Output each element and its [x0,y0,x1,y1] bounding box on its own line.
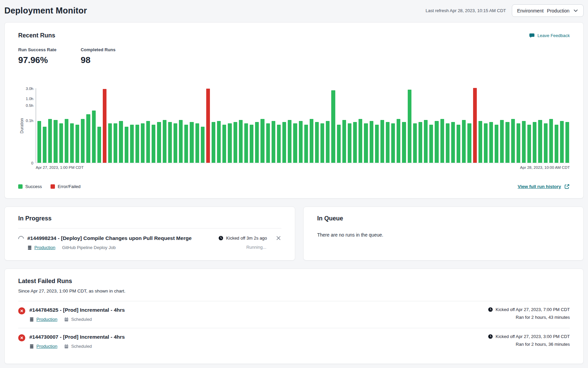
chart-bar-success[interactable] [538,120,542,163]
chart-bar-success[interactable] [174,123,177,163]
close-icon[interactable] [276,235,281,241]
chart-bar-success[interactable] [353,122,357,163]
chart-bar-success[interactable] [43,127,47,163]
environment-dropdown[interactable]: Environment Production [512,4,584,17]
chart-bar-success[interactable] [320,123,324,163]
chart-bar-success[interactable] [179,120,183,163]
chart-bar-success[interactable] [364,123,368,163]
chart-bar-success[interactable] [419,122,422,163]
chart-bar-success[interactable] [130,125,134,163]
chart-bar-success[interactable] [549,119,553,163]
chart-bar-success[interactable] [495,125,498,163]
chart-bar-success[interactable] [435,121,438,163]
chart-bar-success[interactable] [517,123,520,163]
chart-bar-success[interactable] [424,120,428,163]
chart-bar-success[interactable] [282,122,286,163]
chart-bar-success[interactable] [457,125,460,163]
chart-bar-success[interactable] [451,122,455,163]
chart-bar-success[interactable] [429,125,433,163]
chart-bar-success[interactable] [527,125,531,163]
chart-bar-success[interactable] [239,120,243,163]
environment-production-link[interactable]: Production [36,317,57,322]
chart-bar-success[interactable] [342,120,346,163]
chart-bar-success[interactable] [500,120,504,163]
chart-bar-success[interactable] [310,119,313,163]
chart-bar-success[interactable] [92,111,96,163]
chart-bar-success[interactable] [125,127,128,163]
chart-bar-success[interactable] [152,125,155,163]
chart-bar-success[interactable] [195,123,199,163]
chart-bar-success[interactable] [228,123,231,163]
chart-bar-success[interactable] [201,127,205,163]
chart-bar-success[interactable] [277,125,281,163]
chart-bar-success[interactable] [222,125,226,163]
chart-bar-success[interactable] [326,121,330,163]
chart-bar-success[interactable] [184,125,188,163]
chart-bar-success[interactable] [212,122,215,163]
chart-bar-success[interactable] [315,122,319,163]
environment-production-link[interactable]: Production [34,245,55,250]
chart-bar-success[interactable] [402,122,406,163]
chart-bar-success[interactable] [348,123,351,163]
chart-bar-success[interactable] [533,122,536,163]
chart-bar-success[interactable] [75,125,79,163]
chart-bar-success[interactable] [141,123,145,163]
chart-bar-success[interactable] [163,120,166,163]
chart-bar-success[interactable] [391,123,395,163]
chart-bar-success[interactable] [244,123,248,163]
chart-bar-success[interactable] [462,120,466,163]
chart-bar-success[interactable] [370,121,373,163]
chart-bar-success[interactable] [255,122,259,163]
chart-bar-success[interactable] [331,90,335,163]
chart-bar-success[interactable] [81,119,85,163]
chart-bar-success[interactable] [234,122,237,163]
chart-bar-success[interactable] [59,123,63,163]
chart-bar-success[interactable] [440,119,444,163]
chart-bar-success[interactable] [489,122,493,163]
chart-bar-success[interactable] [250,125,253,163]
chart-bar-success[interactable] [299,121,303,163]
chart-bar-success[interactable] [293,123,297,163]
chart-bar-success[interactable] [266,123,270,163]
chart-bar-success[interactable] [48,119,52,163]
chart-bar-success[interactable] [337,125,341,163]
chart-bar-success[interactable] [505,122,509,163]
chart-bar-success[interactable] [37,121,41,163]
chart-bar-success[interactable] [484,123,488,163]
leave-feedback-link[interactable]: Leave Feedback [529,33,570,38]
chart-bar-success[interactable] [560,121,564,163]
chart-bar-success[interactable] [380,120,384,163]
chart-bar-success[interactable] [386,122,390,163]
chart-bar-success[interactable] [119,121,123,163]
chart-bar-success[interactable] [135,125,139,163]
chart-bar-success[interactable] [446,123,450,163]
chart-bar-success[interactable] [413,123,417,163]
chart-bar-success[interactable] [359,119,362,163]
chart-bar-success[interactable] [555,125,558,163]
chart-bar-success[interactable] [97,127,101,163]
chart-bar-success[interactable] [272,121,275,163]
chart-bar-success[interactable] [114,123,117,163]
chart-bar-success[interactable] [478,121,482,163]
chart-bar-success[interactable] [260,119,264,163]
environment-production-link[interactable]: Production [36,344,57,349]
chart-bar-success[interactable] [565,122,569,163]
chart-bar-success[interactable] [157,122,161,163]
chart-bar-failed[interactable] [206,89,210,163]
chart-bar-success[interactable] [65,119,68,163]
chart-bar-success[interactable] [54,120,57,163]
view-full-run-history-link[interactable]: View full run history [518,184,570,189]
chart-bar-success[interactable] [288,120,291,163]
chart-bar-success[interactable] [86,114,90,163]
chart-bar-failed[interactable] [473,88,477,163]
chart-bar-success[interactable] [304,125,308,163]
chart-bar-success[interactable] [467,123,471,163]
chart-bar-success[interactable] [511,119,515,163]
chart-bar-success[interactable] [544,123,548,163]
chart-bar-success[interactable] [375,125,379,163]
chart-bar-success[interactable] [190,122,193,163]
chart-bar-success[interactable] [70,123,74,163]
chart-bar-success[interactable] [146,121,150,163]
chart-bar-failed[interactable] [103,89,106,163]
chart-bar-success[interactable] [408,90,411,163]
